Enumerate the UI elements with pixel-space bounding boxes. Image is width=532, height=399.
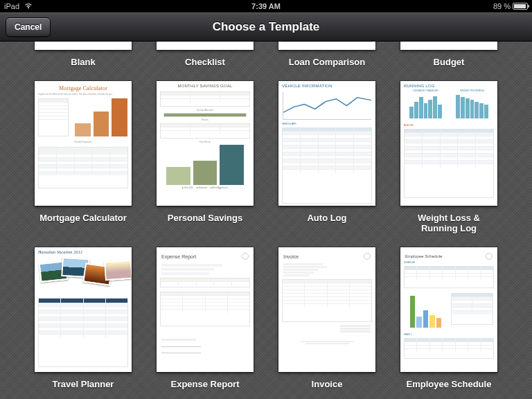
template-weight-loss-running-log[interactable]: RUNNING LOG DISTANCE TRAVELED WEIGHT PRO… (399, 81, 499, 233)
template-label: Travel Planner (53, 379, 114, 389)
company-logo-placeholder-icon (242, 253, 249, 260)
carrier-label: iPad (4, 2, 19, 10)
template-label: Expense Report (171, 379, 240, 389)
template-thumb (35, 42, 132, 50)
template-thumb: CategoryBudget Auto$400 Food$600 Home$1,… (400, 42, 497, 50)
wifi-icon (24, 2, 33, 10)
cancel-button-label: Cancel (15, 22, 42, 32)
template-budget[interactable]: CategoryBudget Auto$400 Food$600 Home$1,… (399, 42, 499, 67)
page-title: Choose a Template (213, 20, 320, 34)
nav-bar: Cancel Choose a Template (0, 12, 532, 42)
thumb-heading: Invoice (283, 254, 299, 259)
template-label: Personal Savings (168, 213, 242, 223)
template-grid-scroll[interactable]: Blank Checklist Loan Com (0, 42, 532, 399)
template-thumb: Invoice (278, 247, 375, 372)
template-label: Loan Comparison (289, 57, 366, 67)
battery-indicator: 89 % (493, 2, 528, 10)
template-label: Mortgage Calculator (39, 213, 127, 223)
thumb-heading: MONTHLY SAVINGS GOAL (157, 81, 254, 89)
template-expense-report[interactable]: Expense Report Expense Report (155, 247, 255, 389)
template-thumb: VEHICLE INFORMATION VEHICLE MPG (278, 81, 375, 206)
thumb-heading: VEHICLE INFORMATION (278, 81, 375, 89)
template-personal-savings[interactable]: MONTHLY SAVINGS GOAL Savings Allocation … (155, 81, 255, 233)
template-label: Blank (71, 57, 95, 67)
template-label: Budget (434, 57, 465, 67)
template-blank[interactable]: Blank (33, 42, 133, 67)
template-checklist[interactable]: Checklist (155, 42, 255, 67)
template-mortgage-calculator[interactable]: Mortgage Calculator Explore the full eff… (33, 81, 133, 233)
template-label: Employee Schedule (407, 379, 492, 389)
clock-label: 7:39 AM (251, 2, 281, 10)
template-thumb (278, 42, 375, 50)
template-invoice[interactable]: Invoice (277, 247, 377, 389)
template-label: Auto Log (307, 213, 346, 223)
template-thumb: Employee Schedule SCHEDULE (400, 247, 497, 372)
company-logo-placeholder-icon (364, 253, 371, 260)
thumb-heading: Employee Schedule (405, 254, 442, 258)
template-thumb (157, 42, 254, 50)
template-thumb: Expense Report (157, 247, 254, 372)
template-auto-log[interactable]: VEHICLE INFORMATION VEHICLE MPG (277, 81, 377, 233)
thumb-heading: Expense Report (161, 254, 196, 259)
template-thumb: Hawaiian Vacation 2012 (35, 247, 132, 372)
template-loan-comparison[interactable]: Loan Comparison (277, 42, 377, 67)
template-label: Invoice (312, 379, 343, 389)
thumb-heading: Mortgage Calculator (35, 81, 132, 93)
template-label: Weight Loss & Running Log (399, 213, 499, 233)
status-bar: iPad 7:39 AM 89 % (0, 0, 532, 12)
template-thumb: Mortgage Calculator Explore the full eff… (35, 81, 132, 206)
thumb-heading: RUNNING LOG (400, 81, 497, 89)
template-label: Checklist (185, 57, 225, 67)
template-thumb: MONTHLY SAVINGS GOAL Savings Allocation … (157, 81, 254, 206)
template-travel-planner[interactable]: Hawaiian Vacation 2012 Travel Planner (33, 247, 133, 389)
template-employee-schedule[interactable]: Employee Schedule SCHEDULE (399, 247, 499, 389)
template-grid: Blank Checklist Loan Com (0, 42, 532, 389)
cancel-button[interactable]: Cancel (6, 17, 51, 37)
battery-pct-label: 89 % (493, 2, 511, 10)
battery-icon (513, 3, 528, 10)
template-thumb: RUNNING LOG DISTANCE TRAVELED WEIGHT PRO… (400, 81, 497, 206)
company-logo-placeholder-icon (486, 253, 493, 260)
